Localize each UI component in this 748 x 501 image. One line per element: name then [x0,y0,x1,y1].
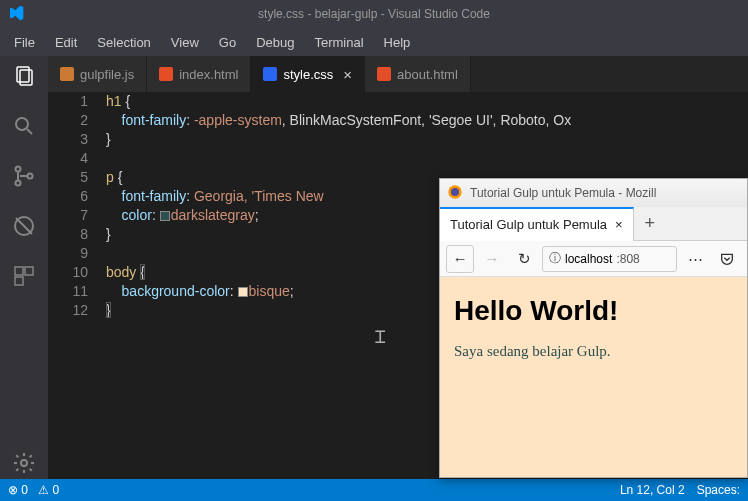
html-file-icon [159,67,173,81]
status-warnings[interactable]: ⚠ 0 [38,483,59,497]
js-file-icon [60,67,74,81]
tab-label: style.css [283,67,333,82]
svg-rect-7 [15,267,23,275]
firefox-tab[interactable]: Tutorial Gulp untuk Pemula × [440,207,634,241]
status-cursor-pos[interactable]: Ln 12, Col 2 [620,483,685,497]
new-tab-button[interactable]: + [634,213,666,234]
source-control-icon[interactable] [12,164,36,192]
css-file-icon [263,67,277,81]
reload-button[interactable]: ↻ [510,245,538,273]
firefox-tabbar: Tutorial Gulp untuk Pemula × + [440,207,747,241]
window-title: style.css - belajar-gulp - Visual Studio… [258,7,490,21]
pocket-icon[interactable] [713,245,741,273]
menu-debug[interactable]: Debug [248,33,302,52]
tab-style-css[interactable]: style.css× [251,56,365,92]
menu-view[interactable]: View [163,33,207,52]
tab-about-html[interactable]: about.html [365,56,471,92]
status-spaces[interactable]: Spaces: [697,483,740,497]
url-bar[interactable]: ⓘ localhost:808 [542,246,677,272]
menu-selection[interactable]: Selection [89,33,158,52]
svg-point-2 [16,118,28,130]
firefox-window-title: Tutorial Gulp untuk Pemula - Mozill [470,186,656,200]
editor-tabs: gulpfile.js index.html style.css× about.… [48,56,748,92]
svg-point-12 [451,188,459,196]
firefox-icon [447,184,463,203]
close-icon[interactable]: × [615,217,623,232]
svg-point-5 [28,174,33,179]
window-titlebar: style.css - belajar-gulp - Visual Studio… [0,0,748,28]
statusbar: ⊗ 0 ⚠ 0 Ln 12, Col 2 Spaces: [0,479,748,501]
tab-label: index.html [179,67,238,82]
tab-label: gulpfile.js [80,67,134,82]
debug-icon[interactable] [12,214,36,242]
tab-gulpfile[interactable]: gulpfile.js [48,56,147,92]
line-numbers: 123456789101112 [48,92,106,479]
menu-terminal[interactable]: Terminal [306,33,371,52]
explorer-icon[interactable] [12,64,36,92]
forward-button[interactable]: → [478,245,506,273]
firefox-tab-title: Tutorial Gulp untuk Pemula [450,217,607,232]
text-cursor-icon: Ꮖ [375,328,386,347]
page-paragraph: Saya sedang belajar Gulp. [454,343,733,360]
svg-rect-8 [25,267,33,275]
color-swatch-icon [160,211,170,221]
svg-point-3 [16,167,21,172]
html-file-icon [377,67,391,81]
menubar: File Edit Selection View Go Debug Termin… [0,28,748,56]
firefox-window[interactable]: Tutorial Gulp untuk Pemula - Mozill Tuto… [439,178,748,478]
svg-rect-9 [15,277,23,285]
vscode-icon [8,5,24,24]
menu-edit[interactable]: Edit [47,33,85,52]
firefox-navbar: ← → ↻ ⓘ localhost:808 ⋯ [440,241,747,277]
tab-label: about.html [397,67,458,82]
color-swatch-icon [238,287,248,297]
url-host: localhost [565,252,612,266]
menu-go[interactable]: Go [211,33,244,52]
page-heading: Hello World! [454,295,733,327]
search-icon[interactable] [12,114,36,142]
firefox-page-content: Hello World! Saya sedang belajar Gulp. [440,277,747,477]
menu-file[interactable]: File [6,33,43,52]
status-errors[interactable]: ⊗ 0 [8,483,28,497]
tab-index-html[interactable]: index.html [147,56,251,92]
svg-point-10 [21,460,27,466]
firefox-titlebar[interactable]: Tutorial Gulp untuk Pemula - Mozill [440,179,747,207]
settings-gear-icon[interactable] [12,451,36,479]
menu-help[interactable]: Help [376,33,419,52]
url-port: :808 [616,252,639,266]
activity-bar [0,56,48,479]
extensions-icon[interactable] [12,264,36,292]
info-icon[interactable]: ⓘ [549,250,561,267]
back-button[interactable]: ← [446,245,474,273]
svg-point-4 [16,181,21,186]
close-icon[interactable]: × [343,66,352,83]
overflow-icon[interactable]: ⋯ [681,245,709,273]
